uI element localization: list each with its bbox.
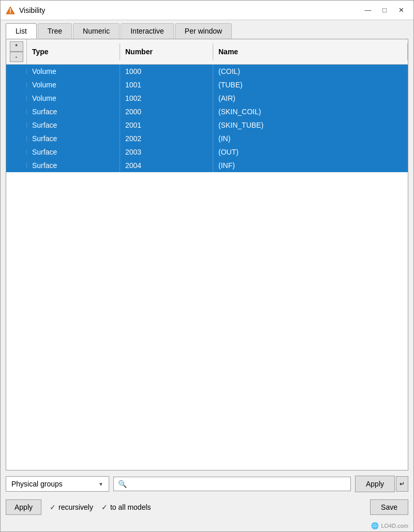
recursively-checkbox[interactable]: ✓ recursively xyxy=(50,503,93,511)
tab-tree[interactable]: Tree xyxy=(38,23,72,39)
all-models-label: to all models xyxy=(110,503,151,511)
titlebar: Visibility — □ ✕ xyxy=(1,1,413,20)
row-number: 2001 xyxy=(120,118,213,132)
deselect-all-button[interactable]: - xyxy=(10,52,23,62)
row-type: Volume xyxy=(27,92,120,105)
row-type: Surface xyxy=(27,145,120,159)
logo-area: 🌐 LO4D.com xyxy=(1,521,413,531)
table-row[interactable]: Surface 2004 (INF) xyxy=(6,159,408,172)
checkmark-allmodels-icon: ✓ xyxy=(101,503,108,511)
table-row[interactable]: Surface 2000 (SKIN_COIL) xyxy=(6,105,408,118)
checkmark-recursively-icon: ✓ xyxy=(50,503,56,511)
row-name: (COIL) xyxy=(213,65,408,78)
search-input[interactable] xyxy=(130,480,346,488)
recursively-label: recursively xyxy=(58,503,93,511)
row-filter-cell xyxy=(6,149,27,155)
row-filter-cell xyxy=(6,82,27,87)
svg-point-2 xyxy=(10,12,11,13)
dropdown-label: Physical groups xyxy=(11,480,63,488)
row-filter-cell xyxy=(6,96,27,101)
row-type: Surface xyxy=(27,132,120,145)
table-row[interactable]: Volume 1002 (AIR) xyxy=(6,92,408,105)
tab-interactive[interactable]: Interactive xyxy=(121,23,174,39)
titlebar-buttons: — □ ✕ xyxy=(361,5,408,16)
apply-btn-group: Apply ↵ xyxy=(355,476,408,492)
select-all-button[interactable]: * xyxy=(10,41,23,52)
footer-apply-button[interactable]: Apply xyxy=(6,499,41,515)
row-type: Surface xyxy=(27,105,120,118)
row-name: (OUT) xyxy=(213,145,408,159)
row-number: 2004 xyxy=(120,159,213,172)
row-number: 1001 xyxy=(120,78,213,92)
main-window: Visibility — □ ✕ List Tree Numeric Inter… xyxy=(0,0,414,532)
table-row[interactable]: Surface 2002 (IN) xyxy=(6,132,408,145)
search-row: Physical groups ▼ 🔍 Apply ↵ xyxy=(6,476,408,492)
row-name: (AIR) xyxy=(213,92,408,105)
bottom-section: Physical groups ▼ 🔍 Apply ↵ Apply ✓ recu… xyxy=(1,470,413,521)
row-filter-cell xyxy=(6,163,27,168)
logo-text: LO4D.com xyxy=(381,523,408,529)
row-type: Volume xyxy=(27,78,120,92)
column-header-type: Type xyxy=(27,43,120,60)
tab-list[interactable]: List xyxy=(6,23,37,39)
physical-groups-dropdown[interactable]: Physical groups ▼ xyxy=(6,476,109,492)
all-models-checkbox[interactable]: ✓ to all models xyxy=(101,503,151,511)
save-button[interactable]: Save xyxy=(370,499,408,515)
footer-row: Apply ✓ recursively ✓ to all models Save xyxy=(6,496,408,516)
row-type: Volume xyxy=(27,65,120,78)
row-name: (TUBE) xyxy=(213,78,408,92)
maximize-button[interactable]: □ xyxy=(377,5,392,16)
table-row[interactable]: Surface 2001 (SKIN_TUBE) xyxy=(6,118,408,132)
row-name: (IN) xyxy=(213,132,408,145)
filter-cell: * - xyxy=(6,39,27,64)
table-row[interactable]: Volume 1000 (COIL) xyxy=(6,65,408,78)
tab-per-window[interactable]: Per window xyxy=(175,23,232,39)
row-filter-cell xyxy=(6,69,27,74)
table-row[interactable]: Volume 1001 (TUBE) xyxy=(6,78,408,92)
apply-right-button[interactable]: Apply xyxy=(355,476,395,492)
dropdown-arrow-icon: ▼ xyxy=(98,481,103,487)
row-type: Surface xyxy=(27,118,120,132)
row-filter-cell xyxy=(6,123,27,128)
tab-bar: List Tree Numeric Interactive Per window xyxy=(1,20,413,39)
row-number: 2000 xyxy=(120,105,213,118)
titlebar-left: Visibility xyxy=(6,6,45,15)
table-row[interactable]: Surface 2003 (OUT) xyxy=(6,145,408,159)
table-header: * - Type Number Name xyxy=(6,39,408,65)
row-number: 2003 xyxy=(120,145,213,159)
app-icon xyxy=(6,6,15,15)
content-area: * - Type Number Name Volume 1000 (COIL) … xyxy=(6,39,408,470)
tab-numeric[interactable]: Numeric xyxy=(73,23,120,39)
row-name: (INF) xyxy=(213,159,408,172)
back-button[interactable]: ↵ xyxy=(396,476,408,492)
logo-icon: 🌐 xyxy=(371,522,379,529)
row-name: (SKIN_COIL) xyxy=(213,105,408,118)
minimize-button[interactable]: — xyxy=(361,5,375,16)
column-header-number: Number xyxy=(120,43,213,60)
row-number: 1000 xyxy=(120,65,213,78)
row-number: 2002 xyxy=(120,132,213,145)
row-number: 1002 xyxy=(120,92,213,105)
search-box: 🔍 xyxy=(113,477,351,491)
row-filter-cell xyxy=(6,109,27,114)
row-name: (SKIN_TUBE) xyxy=(213,118,408,132)
column-header-name: Name xyxy=(213,43,408,60)
row-type: Surface xyxy=(27,159,120,172)
close-button[interactable]: ✕ xyxy=(394,5,408,16)
row-filter-cell xyxy=(6,136,27,141)
window-title: Visibility xyxy=(19,6,45,14)
search-icon: 🔍 xyxy=(118,480,127,488)
table-body: Volume 1000 (COIL) Volume 1001 (TUBE) Vo… xyxy=(6,65,408,470)
